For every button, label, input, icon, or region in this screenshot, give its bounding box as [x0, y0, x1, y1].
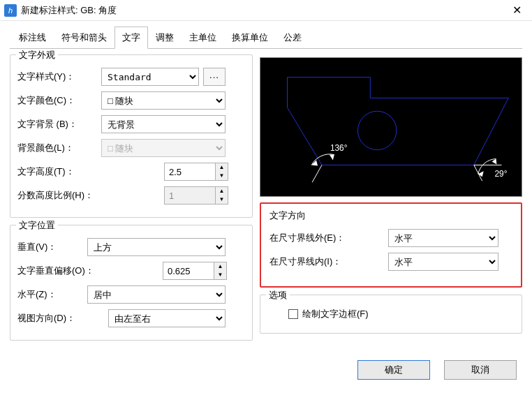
label-text-height: 文字高度(T)： — [17, 165, 164, 178]
svg-point-0 — [357, 111, 396, 149]
tab-alternate[interactable]: 换算单位 — [224, 27, 276, 49]
ok-button[interactable]: 确定 — [357, 360, 430, 380]
stepper-up-icon[interactable]: ▲ — [216, 163, 228, 172]
tab-symbols[interactable]: 符号和箭头 — [54, 27, 114, 49]
label-inside: 在尺寸界线内(I)： — [269, 255, 388, 268]
svg-text:136°: 136° — [330, 143, 348, 153]
select-inside[interactable]: 水平 — [388, 253, 498, 271]
text-height-stepper[interactable]: ▲▼ — [164, 163, 228, 181]
select-vert[interactable]: 上方 — [87, 238, 226, 256]
label-bg-color: 背景颜色(L)： — [17, 142, 101, 154]
tab-text[interactable]: 文字 — [114, 27, 148, 49]
tab-tolerance[interactable]: 公差 — [276, 27, 309, 49]
cancel-button[interactable]: 取消 — [444, 360, 517, 380]
offset-stepper[interactable]: ▲▼ — [163, 262, 227, 280]
group-placement-title: 文字位置 — [16, 219, 58, 232]
group-appearance: 文字外观 文字样式(Y)： Standard ... 文字颜色(C)： □ 随块… — [10, 54, 253, 218]
group-direction-title: 文字方向 — [269, 209, 511, 222]
text-style-browse-button[interactable]: ... — [203, 68, 226, 86]
select-horiz[interactable]: 居中 — [87, 285, 226, 304]
select-text-color[interactable]: □ 随块 — [101, 91, 226, 110]
svg-marker-6 — [492, 159, 497, 165]
group-options: 选项 绘制文字边框(F) — [260, 295, 522, 334]
preview-panel: 136° 29° — [260, 57, 522, 197]
app-icon: h — [4, 4, 17, 17]
label-vert: 垂直(V)： — [17, 241, 87, 253]
svg-text:29°: 29° — [495, 169, 508, 179]
label-offset: 文字垂直偏移(O)： — [17, 265, 163, 277]
group-options-title: 选项 — [266, 289, 290, 302]
group-appearance-title: 文字外观 — [16, 49, 58, 61]
label-horiz: 水平(Z)： — [17, 288, 87, 301]
select-text-bg[interactable]: 无背景 — [101, 115, 226, 133]
stepper-up-icon[interactable]: ▲ — [214, 262, 226, 271]
stepper-down-icon[interactable]: ▼ — [214, 271, 226, 279]
label-text-color: 文字颜色(C)： — [17, 94, 101, 107]
select-outside[interactable]: 水平 — [388, 229, 498, 247]
label-text-style: 文字样式(Y)： — [17, 70, 101, 83]
frame-checkbox-label: 绘制文字边框(F) — [302, 308, 369, 320]
group-placement: 文字位置 垂直(V)： 上方 文字垂直偏移(O)： ▲▼ 水平(Z)： 居中 — [10, 225, 253, 341]
select-viewdir[interactable]: 由左至右 — [108, 309, 226, 327]
select-text-style[interactable]: Standard — [101, 68, 199, 86]
tab-primary[interactable]: 主单位 — [182, 27, 224, 49]
group-direction: 文字方向 在尺寸界线外(E)： 水平 在尺寸界线内(I)： 水平 — [260, 202, 522, 288]
text-height-input[interactable] — [165, 163, 215, 180]
label-text-bg: 文字背景 (B)： — [17, 118, 101, 131]
stepper-down-icon: ▼ — [216, 195, 228, 204]
svg-line-3 — [312, 165, 322, 182]
svg-marker-2 — [330, 155, 334, 161]
label-frac-height: 分数高度比例(H)： — [17, 189, 164, 202]
offset-input[interactable] — [163, 262, 214, 279]
stepper-up-icon: ▲ — [216, 187, 228, 195]
tab-bar: 标注线 符号和箭头 文字 调整 主单位 换算单位 公差 — [0, 21, 532, 49]
stepper-down-icon[interactable]: ▼ — [216, 172, 228, 180]
tab-dimline[interactable]: 标注线 — [11, 27, 54, 49]
tab-fit[interactable]: 调整 — [148, 27, 182, 49]
frac-height-input — [165, 187, 215, 204]
close-icon[interactable]: ✕ — [501, 0, 532, 21]
select-bg-color: □ 随块 — [101, 139, 226, 157]
window-title: 新建标注样式: GB: 角度 — [21, 4, 501, 17]
label-outside: 在尺寸界线外(E)： — [269, 232, 388, 244]
frac-height-stepper: ▲▼ — [164, 186, 228, 205]
label-viewdir: 视图方向(D)： — [17, 312, 108, 325]
frame-checkbox[interactable] — [288, 309, 298, 319]
